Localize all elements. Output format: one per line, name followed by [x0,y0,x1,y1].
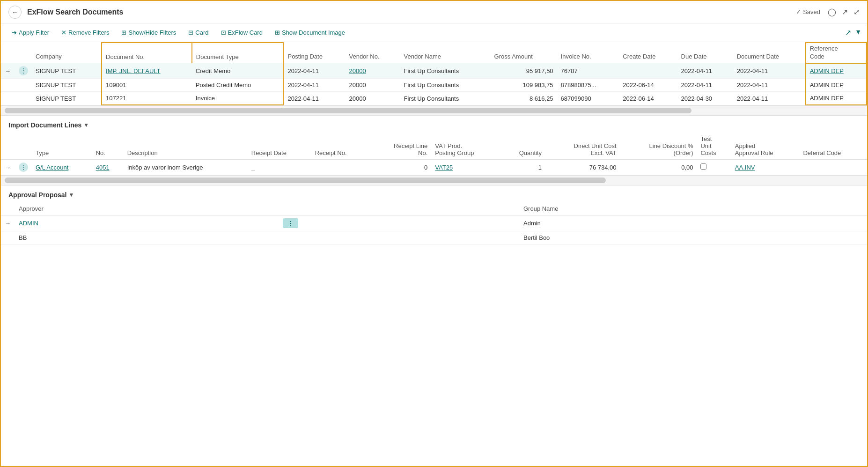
apply-filter-button[interactable]: ➜ Apply Filter [7,26,54,39]
show-document-image-button[interactable]: ⊞ Show Document Image [270,26,350,39]
import-lines-title: Import Document Lines [8,121,81,129]
row-more-btn-cell[interactable]: ⋮ [15,63,32,79]
saved-badge: ✓ Saved [796,8,820,15]
refcode-link[interactable]: ADMIN DEP [810,67,844,74]
back-button[interactable]: ← [8,6,22,19]
ap-approver-cell: BB [15,231,279,245]
invoiceno-cell: 687099090 [557,92,619,105]
row-more-btn-cell [15,79,32,92]
approval-chevron[interactable]: ▼ [68,192,74,198]
ap-spacer3 [458,202,520,215]
postingdate-cell: 2022-04-11 [283,63,345,79]
il-type-header: Type [32,133,92,160]
il-arrow-header [1,133,15,160]
refcode-cell: ADMIN DEP [806,92,867,105]
il-direct-cost-header: Direct Unit CostExcl. VAT [545,133,620,160]
duedate-cell: 2022-04-30 [677,92,733,105]
il-receipt-line-header: Receipt LineNo. [370,133,432,160]
grossamount-cell: 109 983,75 [491,79,557,92]
check-icon: ✓ [796,8,801,15]
company-col-header: Company [32,43,102,63]
exflow-card-icon: ⊡ [221,29,226,36]
expand-icon[interactable]: ⤢ [853,7,860,16]
vendorno-link[interactable]: 20000 [349,67,366,74]
remove-filters-button[interactable]: ✕ Remove Filters [56,26,114,39]
vendorname-cell: First Up Consultants [400,79,490,92]
company-cell: SIGNUP TEST [32,92,102,105]
import-lines-scrollbar[interactable] [5,178,606,183]
refcode-cell: ADMIN DEP [806,79,867,92]
grossamount-col-header: Gross Amount [491,43,557,63]
docno-cell: 109001 [102,79,192,92]
approval-title: Approval Proposal [8,191,66,199]
exflow-card-button[interactable]: ⊡ ExFlow Card [216,26,268,39]
card-button[interactable]: ⊟ Card [183,26,213,39]
ap-approver-link[interactable]: ADMIN [19,220,38,227]
show-hide-filters-button[interactable]: ⊞ Show/Hide Filters [116,26,181,39]
il-receipt-date-header: Receipt Date [248,133,311,160]
il-test-unit-cell [697,160,731,175]
il-type-link[interactable]: G/L Account [36,164,68,171]
ap-more-button[interactable]: ⋮ [283,218,298,228]
import-lines-chevron[interactable]: ▼ [83,122,89,128]
import-document-lines-section: Import Document Lines ▼ Type No. Descrip… [1,116,867,176]
approval-row[interactable]: → ADMIN ⋮ Admin [1,215,867,231]
il-vat-link[interactable]: VAT25 [435,164,453,171]
il-approval-link[interactable]: AA.INV [735,164,755,171]
ap-spacer3-cell [458,215,520,231]
ap-more-cell[interactable]: ⋮ [279,215,335,231]
row-more-button[interactable]: ⋮ [19,66,28,75]
grossamount-cell: 95 917,50 [491,63,557,79]
column-filter-icon[interactable]: ▼ [855,28,861,37]
docno-link[interactable]: IMP. JNL. DEFAULT [106,67,161,74]
ap-spacer2-cell [397,215,458,231]
document-image-icon: ⊞ [275,29,280,36]
ap-spacer1-cell [335,231,397,245]
row-more-btn-cell [15,92,32,105]
il-type-cell: G/L Account [32,160,92,175]
il-more-button[interactable]: ⋮ [19,163,28,172]
il-no-link[interactable]: 4051 [96,164,110,171]
il-vat-header: VAT Prod.Posting Group [431,133,500,160]
vendorno-cell: 20000 [345,63,400,79]
row-arrow [1,79,15,92]
il-more-header [15,133,32,160]
duedate-cell: 2022-04-11 [677,63,733,79]
il-arrow-cell: → [1,160,15,175]
il-approval-rule-header: AppliedApproval Rule [731,133,800,160]
export-icon[interactable]: ↗ [845,28,851,37]
il-no-cell: 4051 [92,160,124,175]
il-desc-header: Description [124,133,248,160]
ap-arrow-cell: → [1,215,15,231]
share-icon[interactable]: ↗ [842,7,848,16]
docdate-cell: 2022-04-11 [733,63,806,79]
grossamount-cell: 8 616,25 [491,92,557,105]
ap-arrow-cell [1,231,15,245]
vendorname-cell: First Up Consultants [400,63,490,79]
more-col-header [15,43,32,63]
createdate-cell: 2022-06-14 [619,92,677,105]
bookmark-icon[interactable]: ◯ [828,7,836,16]
table-row[interactable]: → ⋮ SIGNUP TEST IMP. JNL. DEFAULT Credit… [1,63,867,79]
il-vat-cell: VAT25 [431,160,500,175]
ap-approver-cell: ADMIN [15,215,279,231]
il-receipt-no-header: Receipt No. [311,133,370,160]
invoiceno-col-header: Invoice No. [557,43,619,63]
doctype-cell: Posted Credit Memo [192,79,284,92]
row-arrow [1,92,15,105]
il-deferral-cell [799,160,867,175]
import-line-row[interactable]: → ⋮ G/L Account 4051 Inköp av varor inom… [1,160,867,175]
main-table-scrollbar[interactable] [5,108,691,113]
duedate-cell: 2022-04-11 [677,79,733,92]
il-more-cell[interactable]: ⋮ [15,160,32,175]
docdate-cell: 2022-04-11 [733,92,806,105]
il-qty-cell: 1 [500,160,545,175]
vendorno-cell: 20000 [345,92,400,105]
table-row[interactable]: SIGNUP TEST 109001 Posted Credit Memo 20… [1,79,867,92]
ap-spacer1 [335,202,397,215]
approval-row[interactable]: BB Bertil Boo [1,231,867,245]
docno-cell: 107221 [102,92,192,105]
company-cell: SIGNUP TEST [32,63,102,79]
company-cell: SIGNUP TEST [32,79,102,92]
table-row[interactable]: SIGNUP TEST 107221 Invoice 2022-04-11 20… [1,92,867,105]
